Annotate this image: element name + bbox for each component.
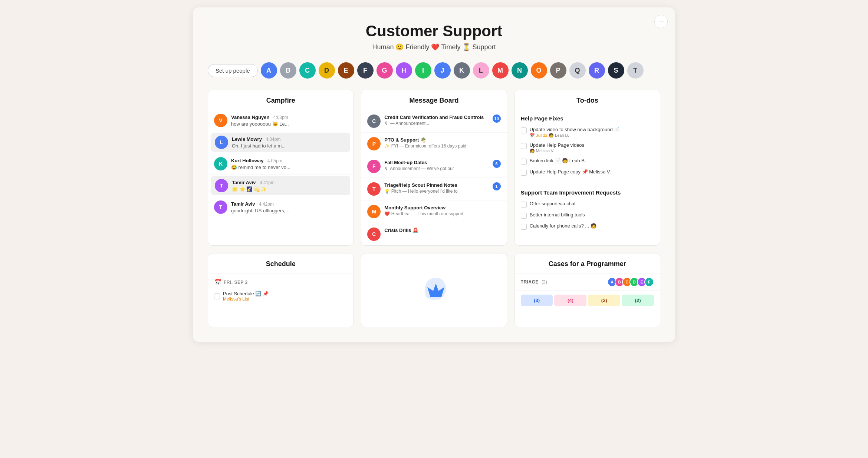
- avatar[interactable]: L: [473, 62, 489, 79]
- message-board-card: Message Board C Credit Card Verification…: [361, 90, 507, 246]
- avatar[interactable]: I: [415, 62, 431, 79]
- avatar[interactable]: C: [299, 62, 316, 79]
- schedule-text: Post Schedule 🔄 📌: [223, 291, 269, 296]
- avatar: L: [215, 136, 228, 149]
- people-row: Set up people A B C D E F G H I J K L M …: [208, 62, 660, 79]
- avatar[interactable]: D: [319, 62, 335, 79]
- avatar[interactable]: F: [357, 62, 374, 79]
- chat-content: Lewis Mowry 4:04pm Oh, I just had to let…: [232, 136, 346, 149]
- message-board-item[interactable]: M Monthly Support Overview ❤️ Heartbeat …: [361, 200, 506, 223]
- message-board-title: Message Board: [361, 90, 506, 110]
- chat-content: Kurt Holloway 4:05pm 😂 remind me to neve…: [231, 157, 347, 170]
- todo-item: Update Help Page copy 📌 Melissa V.: [515, 167, 660, 178]
- msg-badge: 1: [493, 182, 501, 190]
- status-bar-blue[interactable]: (3): [521, 295, 553, 306]
- avatar: F: [367, 160, 381, 173]
- avatar: T: [215, 179, 228, 192]
- chat-message-item[interactable]: T Tamir Aviv 4:42pm goodnight, US offlog…: [208, 197, 353, 218]
- chat-content: Vanessa Nguyen 4:03pm how are yoooooou 🐱…: [231, 114, 347, 127]
- message-board-item[interactable]: P PTO & Support 🌴 ✨ FYI — Enormicom offe…: [361, 133, 506, 155]
- avatar: C: [367, 114, 381, 128]
- message-board-item[interactable]: C Crisis Drills 🚨: [361, 223, 506, 245]
- campfire-body: V Vanessa Nguyen 4:03pm how are yoooooou…: [208, 110, 353, 218]
- chat-header: Lewis Mowry 4:04pm: [232, 136, 346, 142]
- avatar[interactable]: O: [531, 62, 547, 79]
- todo-item: Calendly for phone calls? ... 🧑: [515, 221, 660, 232]
- chat-name: Lewis Mowry: [232, 136, 262, 142]
- avatar[interactable]: Q: [569, 62, 586, 79]
- todos-body: Help Page Fixes Update video to show new…: [515, 110, 660, 232]
- todo-text: Offer support via chat: [530, 201, 654, 206]
- chat-header: Kurt Holloway 4:05pm: [231, 157, 347, 164]
- page-subtitle: Human 🙂 Friendly ❤️ Timely ⏳ Support: [208, 43, 660, 51]
- message-board-item[interactable]: C Credit Card Verification and Fraud Con…: [361, 110, 506, 133]
- avatar: T: [214, 200, 227, 214]
- msg-preview: 🎙 — Announcement...: [384, 121, 489, 126]
- campfire-title: Campfire: [208, 90, 353, 110]
- todo-checkbox[interactable]: [521, 127, 527, 133]
- todo-checkbox[interactable]: [521, 159, 527, 165]
- chat-content: Tamir Aviv 4:42pm goodnight, US offlogge…: [231, 200, 347, 213]
- avatar: K: [214, 157, 227, 170]
- avatar[interactable]: B: [280, 62, 296, 79]
- logo-shape: [419, 275, 449, 305]
- schedule-checkbox[interactable]: [214, 293, 220, 299]
- chat-name: Kurt Holloway: [231, 158, 263, 163]
- chat-content: Tamir Aviv 4:41pm 🌟 ⭐ 🌠 💫 ✨: [232, 179, 346, 192]
- avatar[interactable]: N: [512, 62, 528, 79]
- todos-card: To-dos Help Page Fixes Update video to s…: [514, 90, 660, 246]
- todo-checkbox[interactable]: [521, 143, 527, 149]
- avatar: C: [367, 228, 381, 241]
- calendar-icon: 📅: [214, 279, 221, 286]
- chat-message-item[interactable]: K Kurt Holloway 4:05pm 😂 remind me to ne…: [208, 153, 353, 175]
- msg-content: Monthly Support Overview ❤️ Heartbeat — …: [384, 205, 500, 216]
- todo-text: Update Help Page copy 📌 Melissa V.: [530, 169, 611, 175]
- avatar[interactable]: M: [492, 62, 509, 79]
- avatar[interactable]: E: [338, 62, 354, 79]
- msg-content: Fall Meet-up Dates 🎙 Announcement — We'v…: [384, 160, 489, 171]
- status-bar-pink[interactable]: (4): [554, 295, 586, 306]
- avatar: P: [367, 137, 381, 150]
- todo-checkbox[interactable]: [521, 170, 527, 176]
- main-grid: Campfire V Vanessa Nguyen 4:03pm how are…: [208, 90, 660, 327]
- avatar[interactable]: A: [261, 62, 277, 79]
- schedule-link[interactable]: Melissa's List: [223, 296, 269, 302]
- msg-preview: ❤️ Heartbeat — This month our support: [384, 211, 500, 216]
- avatar[interactable]: T: [627, 62, 644, 79]
- message-board-item[interactable]: T Triage/Help Scout Pinned Notes 💡 Pitch…: [361, 178, 506, 200]
- status-bar-yellow[interactable]: (2): [588, 295, 620, 306]
- message-board-body: C Credit Card Verification and Fraud Con…: [361, 110, 506, 245]
- cases-programmer-card: Cases for a Programmer TRIAGE (2) A B C …: [514, 253, 660, 327]
- schedule-body: 📅 FRI, SEP 2 Post Schedule 🔄 📌 Melissa's…: [208, 273, 353, 304]
- avatar[interactable]: S: [608, 62, 624, 79]
- message-board-item[interactable]: F Fall Meet-up Dates 🎙 Announcement — We…: [361, 155, 506, 178]
- avatar: F: [644, 277, 654, 287]
- msg-title: PTO & Support 🌴: [384, 137, 500, 143]
- set-up-people-button[interactable]: Set up people: [208, 64, 258, 77]
- chat-message-item[interactable]: L Lewis Mowry 4:04pm Oh, I just had to l…: [211, 133, 350, 152]
- msg-preview: ✨ FYI — Enormicom offers 16 days paid: [384, 143, 500, 149]
- chat-time: 4:03pm: [273, 115, 288, 120]
- status-bar-green[interactable]: (2): [622, 295, 654, 306]
- todo-section-title: Support Team Improvement Requests: [515, 184, 660, 199]
- todo-item: Update video to show new background 📄 📅 …: [515, 125, 660, 140]
- cases-title: Cases for a Programmer: [515, 253, 660, 273]
- chat-message-item[interactable]: T Tamir Aviv 4:41pm 🌟 ⭐ 🌠 💫 ✨: [211, 176, 350, 195]
- avatar[interactable]: J: [434, 62, 451, 79]
- avatar[interactable]: R: [589, 62, 605, 79]
- todo-text: Broken link 📄 🧑 Leah B.: [530, 158, 586, 163]
- chat-name: Vanessa Nguyen: [231, 114, 269, 120]
- chat-message-item[interactable]: V Vanessa Nguyen 4:03pm how are yoooooou…: [208, 110, 353, 131]
- avatar[interactable]: K: [454, 62, 470, 79]
- todo-checkbox[interactable]: [521, 224, 527, 230]
- avatar[interactable]: G: [377, 62, 393, 79]
- todo-text-block: Update Help Page copy 📌 Melissa V.: [530, 169, 611, 175]
- more-options-button[interactable]: ···: [654, 15, 668, 28]
- schedule-title: Schedule: [208, 253, 353, 273]
- avatar[interactable]: P: [550, 62, 566, 79]
- triage-label: TRIAGE: [521, 279, 539, 285]
- avatar[interactable]: H: [396, 62, 412, 79]
- todo-checkbox[interactable]: [521, 202, 527, 208]
- chat-message: 😂 remind me to never vo...: [231, 165, 347, 170]
- todo-checkbox[interactable]: [521, 213, 527, 219]
